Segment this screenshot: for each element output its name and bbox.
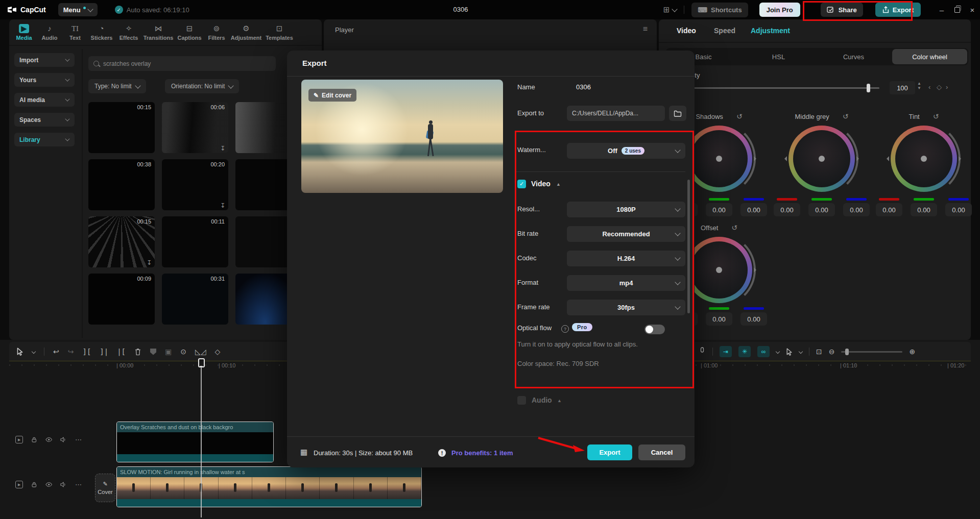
chevron-down-icon[interactable] <box>672 6 678 12</box>
arrow-right-icon[interactable] <box>959 156 964 161</box>
snap-toggle-icon[interactable]: ⇥ <box>720 346 732 357</box>
cover-button[interactable]: ✎ Cover <box>95 474 115 502</box>
split-right-icon[interactable]: |[ <box>117 348 126 356</box>
media-thumbnail[interactable]: 00:15 <box>88 102 155 153</box>
media-thumbnail[interactable]: 00:11 <box>162 216 228 267</box>
media-thumbnail[interactable]: 00:31 <box>162 274 228 325</box>
offset-color-wheel[interactable] <box>686 237 752 303</box>
intensity-slider-handle[interactable] <box>867 84 870 92</box>
sidebar-item-import[interactable]: Import <box>14 53 75 67</box>
export-confirm-button[interactable]: Export <box>587 444 632 460</box>
chevron-down-icon[interactable] <box>32 350 36 354</box>
zoom-out-icon[interactable]: ⊖ <box>829 348 835 356</box>
preview-quality-icon[interactable]: ⊡ <box>816 348 822 356</box>
tab-speed[interactable]: Speed <box>714 27 735 35</box>
export-path-field[interactable]: C:/Users/DELL/AppDa... <box>567 106 665 121</box>
value-field[interactable]: 0.00 <box>706 312 732 326</box>
tab-captions[interactable]: ⊟Captions <box>175 20 204 44</box>
arrow-left-icon[interactable] <box>782 156 787 161</box>
media-thumbnail[interactable]: 00:09 <box>88 274 155 325</box>
scrollbar[interactable] <box>687 180 690 313</box>
auto-cut-icon[interactable]: ✳ <box>738 346 751 357</box>
value-field[interactable]: 0.00 <box>808 203 835 216</box>
media-thumbnail[interactable]: 00:20↧ <box>162 159 228 210</box>
subtab-curves[interactable]: Curves <box>816 48 891 65</box>
close-button[interactable]: × <box>965 0 980 19</box>
watermark-dropdown[interactable]: Off 2 uses <box>567 143 685 159</box>
arrow-right-icon[interactable] <box>754 156 759 161</box>
delete-icon[interactable] <box>134 348 141 356</box>
join-pro-button[interactable]: Join Pro <box>759 3 800 17</box>
more-options-icon[interactable]: ⋯ <box>75 481 82 488</box>
timeline-zoom-slider[interactable] <box>841 351 902 353</box>
visibility-icon[interactable] <box>45 436 52 443</box>
overlay-icon[interactable]: ▣ <box>165 348 172 356</box>
tab-filters[interactable]: ⊚Filters <box>204 20 229 44</box>
keyframe-icon[interactable]: ◇ <box>215 348 221 356</box>
codec-dropdown[interactable]: H.264 <box>567 251 685 266</box>
tab-transitions[interactable]: ⋈Transitions <box>142 20 175 44</box>
tab-adjustment[interactable]: ⚙Adjustment <box>229 20 264 44</box>
player-menu-icon[interactable]: ≡ <box>643 24 648 34</box>
value-field[interactable]: 0.00 <box>843 203 870 216</box>
tab-effects[interactable]: ✧Effects <box>115 20 142 44</box>
chevron-down-icon[interactable] <box>776 350 780 354</box>
record-voiceover-icon[interactable] <box>699 347 706 356</box>
collapse-icon[interactable]: ▲ <box>556 182 561 187</box>
layout-icon[interactable]: ⊞ <box>663 5 670 14</box>
name-field[interactable]: 0306 <box>576 83 591 91</box>
mute-icon[interactable] <box>60 481 67 488</box>
tab-video[interactable]: Video <box>677 27 696 35</box>
resolution-dropdown[interactable]: 1080P <box>567 202 685 217</box>
visibility-icon[interactable] <box>45 481 52 488</box>
tab-audio[interactable]: ♪Audio <box>37 20 62 44</box>
playhead-handle[interactable] <box>198 358 205 367</box>
intensity-slider[interactable] <box>675 87 879 89</box>
tab-adjustment[interactable]: Adjustment <box>751 27 790 35</box>
collapse-icon[interactable]: ▲ <box>557 398 562 403</box>
search-input[interactable]: scratches overlay <box>88 56 276 71</box>
reset-icon[interactable]: ↺ <box>843 112 849 120</box>
tab-templates[interactable]: ⊡Templates <box>264 20 295 44</box>
video-checkbox[interactable]: ✓ <box>517 180 526 188</box>
minimize-button[interactable]: – <box>934 0 949 19</box>
keyframe-next-icon[interactable]: › <box>946 83 948 91</box>
cursor-mode-icon[interactable] <box>786 348 793 356</box>
arrow-left-icon[interactable] <box>884 156 889 161</box>
timeline-clip-overlay[interactable]: Overlay Scratches and dust on black back… <box>116 422 274 462</box>
keyframe-prev-icon[interactable]: ‹ <box>928 83 930 91</box>
media-thumbnail[interactable]: 00:06↧ <box>162 102 228 153</box>
reset-icon[interactable]: ↺ <box>736 112 743 120</box>
value-field[interactable]: 0.00 <box>740 203 767 216</box>
shortcuts-button[interactable]: ⌨ Shortcuts <box>691 3 748 17</box>
value-field[interactable]: 0.00 <box>774 203 800 216</box>
filter-type-dropdown[interactable]: Type: No limit <box>88 79 146 93</box>
value-field[interactable]: 0.00 <box>706 203 732 216</box>
intensity-value[interactable]: 100 <box>890 81 915 94</box>
bitrate-dropdown[interactable]: Recommended <box>567 226 685 242</box>
menu-button[interactable]: Menu <box>58 3 98 16</box>
arrow-right-icon[interactable] <box>754 267 759 273</box>
optical-flow-toggle[interactable] <box>644 325 665 334</box>
shadows-color-wheel[interactable] <box>686 126 752 192</box>
sidebar-item-spaces[interactable]: Spaces <box>14 113 75 127</box>
arrow-right-icon[interactable] <box>856 156 862 161</box>
pro-benefits-link[interactable]: Pro benefits: 1 item <box>451 449 513 457</box>
timeline-clip-main[interactable]: SLOW MOTION: Girl running in shallow wat… <box>116 466 422 507</box>
sidebar-item-ai-media[interactable]: AI media <box>14 93 75 107</box>
format-dropdown[interactable]: mp4 <box>567 275 685 291</box>
reset-icon[interactable]: ↺ <box>933 112 939 120</box>
more-options-icon[interactable]: ⋯ <box>75 436 82 443</box>
info-icon[interactable]: ? <box>561 325 569 333</box>
value-field[interactable]: 0.00 <box>876 203 902 216</box>
middle-grey-color-wheel[interactable] <box>788 126 855 192</box>
media-thumbnail[interactable]: 00:15↧ <box>88 216 155 267</box>
lock-icon[interactable] <box>31 481 37 488</box>
audio-checkbox[interactable] <box>517 396 526 405</box>
share-button[interactable]: Share <box>821 3 863 17</box>
value-field[interactable]: 0.00 <box>911 203 937 216</box>
filter-orientation-dropdown[interactable]: Orientation: No limit <box>165 79 239 93</box>
redo-icon[interactable]: ↪ <box>68 348 74 356</box>
mask-icon[interactable] <box>150 349 156 355</box>
framerate-dropdown[interactable]: 30fps <box>567 300 685 315</box>
